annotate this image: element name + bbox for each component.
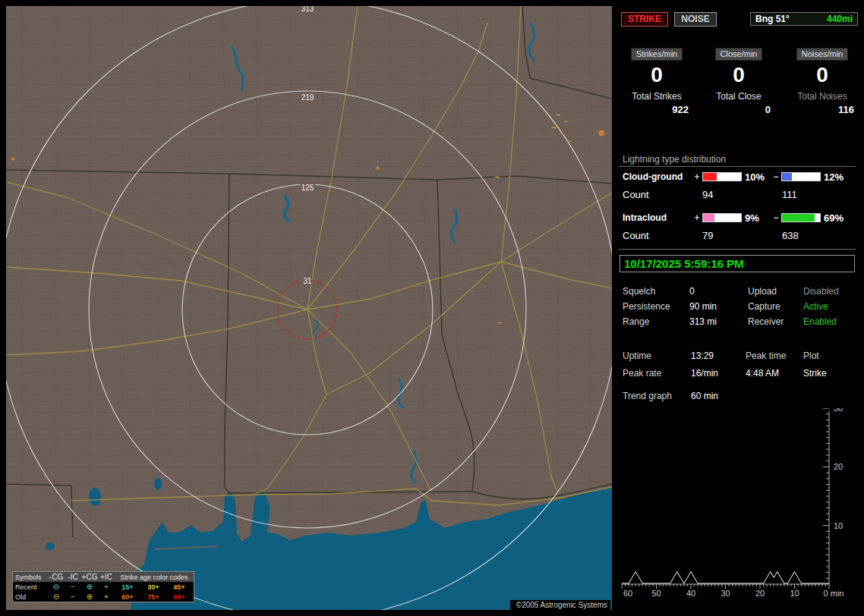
age-15: 15+ bbox=[115, 583, 140, 591]
strikes-per-min-value: 0 bbox=[620, 64, 693, 86]
map-container: ++⊕−−−−−−− 313 219 125 31 Symbols -CG -I… bbox=[6, 6, 612, 610]
axis-label: 30 bbox=[721, 589, 730, 598]
peak-rate-label: Peak rate bbox=[623, 368, 691, 385]
total-strikes-value: 922 bbox=[620, 104, 693, 115]
plus-sign: + bbox=[692, 212, 702, 223]
receiver-value: Enabled bbox=[803, 316, 837, 332]
count-label: Count bbox=[623, 230, 702, 241]
legend-col-pic: +IC bbox=[98, 573, 115, 581]
strike-symbol: − bbox=[556, 110, 560, 119]
total-noises-label: Total Noises bbox=[786, 91, 859, 102]
ring-label-313: 313 bbox=[301, 6, 314, 13]
age-60: 60+ bbox=[115, 593, 140, 601]
axis-label: 10 bbox=[834, 521, 843, 530]
ic-count-row: Count 79 638 bbox=[623, 230, 799, 241]
upload-label: Upload bbox=[748, 286, 803, 301]
legend-age-header: Strike age color codes bbox=[115, 574, 194, 581]
settings-row: Squelch 0 Upload Disabled bbox=[623, 286, 859, 301]
close-per-min-column: Close/min 0 Total Close 0 bbox=[702, 48, 775, 115]
cloud-ground-label: Cloud-ground bbox=[623, 171, 692, 182]
legend-old-label: Old bbox=[13, 593, 48, 601]
divider bbox=[619, 166, 856, 167]
pos-cg-icon: ⊕ bbox=[81, 592, 98, 601]
strike-symbol: ⊕ bbox=[598, 128, 604, 137]
ring-label-219: 219 bbox=[301, 93, 314, 102]
total-close-label: Total Close bbox=[702, 91, 775, 102]
symbol-legend: Symbols -CG -IC +CG +IC Strike age color… bbox=[12, 571, 194, 602]
ic-positive-pct: 9% bbox=[742, 212, 771, 224]
strike-symbol: + bbox=[11, 154, 15, 163]
persistence-value: 90 min bbox=[689, 301, 748, 316]
status-panel: STRIKE NOISE Bng 51° 440mi Strikes/min 0… bbox=[619, 0, 859, 616]
intracloud-label: Intracloud bbox=[623, 212, 692, 223]
noises-per-min-value: 0 bbox=[786, 64, 859, 86]
trend-graph: 3020106050403020100 min bbox=[620, 408, 860, 608]
axis-label: 30 bbox=[834, 408, 843, 413]
ic-positive-count: 79 bbox=[702, 230, 782, 241]
strikes-per-min-column: Strikes/min 0 Total Strikes 922 bbox=[620, 48, 693, 115]
squelch-label: Squelch bbox=[623, 286, 689, 301]
intracloud-row: Intracloud + 9% − 69% bbox=[623, 212, 859, 223]
status-grid: Uptime 13:29 Peak time Plot Peak rate 16… bbox=[623, 350, 859, 385]
settings-grid: Squelch 0 Upload Disabled Persistence 90… bbox=[623, 286, 859, 332]
trend-graph-label: Trend graph bbox=[623, 391, 691, 401]
cg-positive-pct: 10% bbox=[742, 171, 771, 183]
lightning-map[interactable]: ++⊕−−−−−−− 313 219 125 31 bbox=[6, 6, 612, 610]
neg-ic-icon: − bbox=[65, 583, 81, 591]
strike-mode-button[interactable]: STRIKE bbox=[621, 12, 668, 27]
strikes-per-min-badge: Strikes/min bbox=[631, 48, 683, 61]
capture-label: Capture bbox=[748, 301, 803, 316]
squelch-value: 0 bbox=[689, 286, 748, 301]
close-per-min-value: 0 bbox=[702, 64, 775, 86]
ic-negative-pct: 69% bbox=[821, 212, 844, 224]
bearing-range-indicator: Bng 51° 440mi bbox=[750, 12, 858, 26]
capture-value: Active bbox=[803, 301, 828, 316]
divider bbox=[619, 249, 856, 250]
neg-cg-icon: ⊖ bbox=[48, 583, 65, 591]
cg-negative-bar bbox=[781, 172, 821, 181]
close-per-min-badge: Close/min bbox=[715, 48, 763, 61]
axis-label: 20 bbox=[834, 462, 843, 471]
cg-negative-count: 111 bbox=[782, 189, 797, 200]
axis-label: 10 bbox=[790, 589, 799, 598]
persistence-label: Persistence bbox=[623, 301, 689, 316]
peak-time-value: 4:48 AM bbox=[746, 368, 803, 385]
ic-negative-bar bbox=[781, 213, 821, 222]
legend-col-ncg: -CG bbox=[48, 573, 65, 581]
ic-negative-count: 638 bbox=[782, 230, 799, 241]
cg-count-row: Count 94 111 bbox=[623, 189, 797, 200]
axis-label: 0 min bbox=[824, 589, 844, 598]
strike-symbol: − bbox=[563, 117, 568, 126]
ic-positive-bar bbox=[702, 213, 742, 222]
peak-time-label: Peak time bbox=[746, 350, 803, 368]
cloud-ground-row: Cloud-ground + 10% − 12% bbox=[623, 171, 859, 182]
total-noises-value: 116 bbox=[786, 104, 859, 115]
range-setting-value: 313 mi bbox=[689, 316, 748, 332]
pos-ic-icon: + bbox=[98, 583, 115, 591]
status-row: Peak rate 16/min 4:48 AM Strike bbox=[623, 368, 859, 385]
settings-row: Persistence 90 min Capture Active bbox=[623, 301, 859, 316]
total-strikes-label: Total Strikes bbox=[620, 91, 693, 102]
copyright-text: ©2005 Astrogenic Systems bbox=[510, 600, 610, 611]
peak-rate-value: 16/min bbox=[691, 368, 746, 385]
noise-mode-button[interactable]: NOISE bbox=[674, 12, 716, 27]
app-window: { "colors": { "accent_green": "#00e400",… bbox=[0, 0, 864, 616]
axis-label: 50 bbox=[651, 589, 661, 598]
plot-value: Strike bbox=[803, 368, 827, 385]
minus-sign: − bbox=[771, 212, 781, 223]
distribution-header: Lightning type distribution bbox=[623, 154, 726, 165]
axis-label: 40 bbox=[686, 589, 695, 598]
strike-symbol: − bbox=[497, 318, 502, 327]
strike-symbol: − bbox=[567, 137, 572, 146]
age-30: 30+ bbox=[140, 583, 166, 591]
total-close-value: 0 bbox=[702, 104, 775, 115]
cg-negative-pct: 12% bbox=[821, 171, 844, 183]
status-row: Uptime 13:29 Peak time Plot bbox=[623, 350, 859, 368]
trend-window-value: 60 min bbox=[691, 391, 718, 401]
age-75: 75+ bbox=[140, 593, 166, 601]
strike-symbol: − bbox=[551, 123, 556, 132]
trend-trace bbox=[622, 572, 829, 584]
strike-symbol: + bbox=[375, 163, 380, 172]
age-45: 45+ bbox=[166, 583, 192, 591]
legend-recent-label: Recent bbox=[13, 583, 48, 591]
